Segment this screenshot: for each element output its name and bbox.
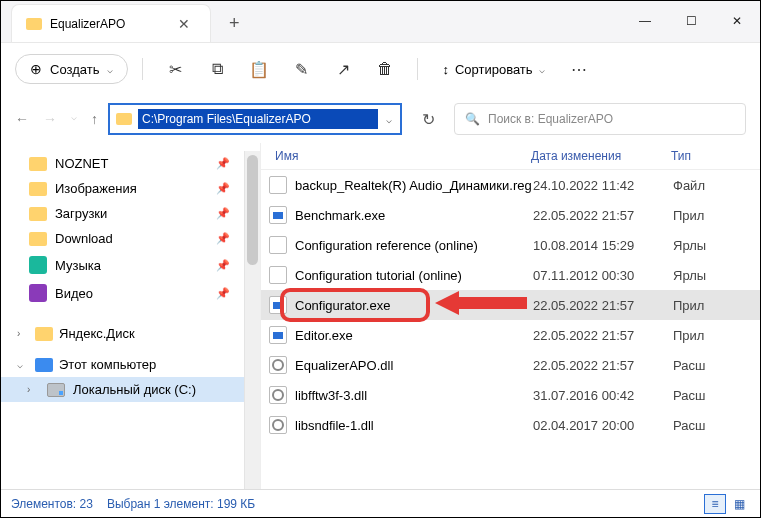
cut-button[interactable]: ✂ (157, 51, 193, 87)
sidebar-item-noznet[interactable]: NOZNET📌 (1, 151, 244, 176)
new-tab-button[interactable]: + (211, 4, 258, 42)
address-drop-icon[interactable]: ⌵ (378, 114, 400, 125)
more-button[interactable]: ⋯ (561, 51, 597, 87)
file-type: Прил (673, 328, 760, 343)
file-name: libsndfile-1.dll (295, 418, 374, 433)
up-level-button[interactable]: ↑ (91, 111, 98, 127)
disk-icon (47, 383, 65, 397)
file-date: 22.05.2022 21:57 (533, 208, 673, 223)
pin-icon: 📌 (216, 157, 230, 170)
pc-icon (35, 358, 53, 372)
sort-button[interactable]: ↕ Сортировать ⌵ (432, 56, 554, 83)
view-icons-button[interactable]: ▦ (728, 494, 750, 514)
column-header[interactable]: Имя Дата изменения Тип (261, 143, 760, 170)
view-details-button[interactable]: ≡ (704, 494, 726, 514)
file-row[interactable]: backup_Realtek(R) Audio_Динамики.reg24.1… (261, 170, 760, 200)
address-path: C:\Program Files\EqualizerAPO (138, 109, 378, 129)
forward-button[interactable]: → (43, 111, 57, 127)
pin-icon: 📌 (216, 287, 230, 300)
address-bar[interactable]: C:\Program Files\EqualizerAPO ⌵ (108, 103, 402, 135)
file-icon (269, 416, 287, 434)
close-window-button[interactable]: ✕ (714, 0, 760, 42)
sidebar-item-c-drive[interactable]: ›Локальный диск (C:) (1, 377, 244, 402)
col-name[interactable]: Имя (261, 149, 531, 163)
sidebar-item-download[interactable]: Download📌 (1, 226, 244, 251)
sidebar-item-images[interactable]: Изображения📌 (1, 176, 244, 201)
folder-icon (29, 207, 47, 221)
file-date: 22.05.2022 21:57 (533, 328, 673, 343)
file-type: Прил (673, 208, 760, 223)
file-type: Расш (673, 358, 760, 373)
file-name: Configuration tutorial (online) (295, 268, 462, 283)
status-bar: Элементов: 23 Выбран 1 элемент: 199 КБ ≡… (1, 489, 760, 517)
create-button[interactable]: ⊕ Создать ⌵ (15, 54, 128, 84)
file-row[interactable]: Benchmark.exe22.05.2022 21:57Прил (261, 200, 760, 230)
paste-button[interactable]: 📋 (241, 51, 277, 87)
sidebar-item-yandex-disk[interactable]: ›Яндекс.Диск (1, 321, 244, 346)
col-date[interactable]: Дата изменения (531, 149, 671, 163)
maximize-button[interactable]: ☐ (668, 0, 714, 42)
file-name: EqualizerAPO.dll (295, 358, 393, 373)
pin-icon: 📌 (216, 182, 230, 195)
file-row[interactable]: libsndfile-1.dll02.04.2017 20:00Расш (261, 410, 760, 440)
tab-title: EqualizerAPO (50, 17, 164, 31)
file-row[interactable]: EqualizerAPO.dll22.05.2022 21:57Расш (261, 350, 760, 380)
folder-icon (29, 232, 47, 246)
chevron-right-icon[interactable]: › (17, 328, 29, 339)
file-type: Ярлы (673, 238, 760, 253)
refresh-button[interactable]: ↻ (412, 103, 444, 135)
folder-icon (29, 182, 47, 196)
search-icon: 🔍 (465, 112, 480, 126)
sidebar-item-this-pc[interactable]: ⌵Этот компьютер (1, 352, 244, 377)
search-placeholder: Поиск в: EqualizerAPO (488, 112, 613, 126)
share-button[interactable]: ↗ (325, 51, 361, 87)
file-icon (269, 356, 287, 374)
file-name: Configuration reference (online) (295, 238, 478, 253)
file-type: Прил (673, 298, 760, 313)
close-tab-icon[interactable]: ✕ (172, 14, 196, 34)
sidebar-item-music[interactable]: Музыка📌 (1, 251, 244, 279)
delete-button[interactable]: 🗑 (367, 51, 403, 87)
file-type: Файл (673, 178, 760, 193)
video-icon (29, 284, 47, 302)
file-icon (269, 176, 287, 194)
col-type[interactable]: Тип (671, 149, 760, 163)
file-row[interactable]: Configuration reference (online)10.08.20… (261, 230, 760, 260)
file-row[interactable]: Editor.exe22.05.2022 21:57Прил (261, 320, 760, 350)
file-icon (269, 386, 287, 404)
sort-icon: ↕ (442, 62, 449, 77)
sidebar-item-downloads[interactable]: Загрузки📌 (1, 201, 244, 226)
chevron-down-icon[interactable]: ⌵ (17, 359, 29, 370)
pin-icon: 📌 (216, 207, 230, 220)
back-button[interactable]: ← (15, 111, 29, 127)
file-row[interactable]: Configuration tutorial (online)07.11.201… (261, 260, 760, 290)
chevron-right-icon[interactable]: › (27, 384, 39, 395)
file-icon (269, 236, 287, 254)
up-button[interactable]: ⌵ (71, 111, 77, 127)
search-input[interactable]: 🔍 Поиск в: EqualizerAPO (454, 103, 746, 135)
yandex-disk-icon (35, 327, 53, 341)
file-name: Editor.exe (295, 328, 353, 343)
file-row[interactable]: libfftw3f-3.dll31.07.2016 00:42Расш (261, 380, 760, 410)
copy-button[interactable]: ⧉ (199, 51, 235, 87)
rename-button[interactable]: ✎ (283, 51, 319, 87)
plus-icon: ⊕ (30, 61, 42, 77)
file-icon (269, 296, 287, 314)
file-name: libfftw3f-3.dll (295, 388, 367, 403)
folder-icon (26, 18, 42, 30)
file-icon (269, 266, 287, 284)
file-type: Расш (673, 418, 760, 433)
file-name: backup_Realtek(R) Audio_Динамики.reg (295, 178, 532, 193)
sidebar-scrollbar[interactable] (244, 151, 260, 489)
sidebar-item-video[interactable]: Видео📌 (1, 279, 244, 307)
file-date: 31.07.2016 00:42 (533, 388, 673, 403)
create-label: Создать (50, 62, 99, 77)
file-type: Расш (673, 388, 760, 403)
file-row[interactable]: Configurator.exe22.05.2022 21:57Прил (261, 290, 760, 320)
minimize-button[interactable]: — (622, 0, 668, 42)
sort-label: Сортировать (455, 62, 533, 77)
file-date: 10.08.2014 15:29 (533, 238, 673, 253)
file-name: Benchmark.exe (295, 208, 385, 223)
file-type: Ярлы (673, 268, 760, 283)
window-tab[interactable]: EqualizerAPO ✕ (11, 4, 211, 42)
